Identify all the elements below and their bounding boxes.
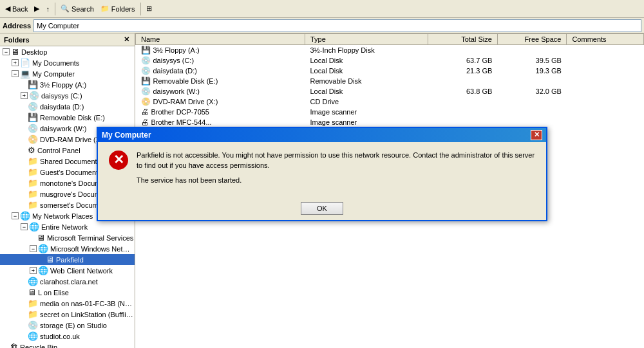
error-icon: ✕	[108, 150, 129, 170]
dialog-message-line1: Parkfield is not accessible. You might n…	[137, 150, 536, 171]
svg-text:✕: ✕	[113, 152, 124, 167]
dialog-titlebar: My Computer ✕	[98, 128, 546, 142]
dialog-title: My Computer	[102, 131, 151, 140]
dialog-footer: OK	[98, 197, 546, 220]
dialog-overlay: My Computer ✕ ✕ Parkfield is not accessi…	[0, 0, 644, 348]
dialog-text: Parkfield is not accessible. You might n…	[137, 150, 536, 190]
dialog-body: ✕ Parkfield is not accessible. You might…	[98, 142, 546, 197]
error-dialog: My Computer ✕ ✕ Parkfield is not accessi…	[97, 127, 547, 222]
dialog-message-line2: The service has not been started.	[137, 175, 536, 186]
dialog-close-button[interactable]: ✕	[531, 130, 542, 140]
dialog-ok-button[interactable]: OK	[301, 202, 343, 215]
